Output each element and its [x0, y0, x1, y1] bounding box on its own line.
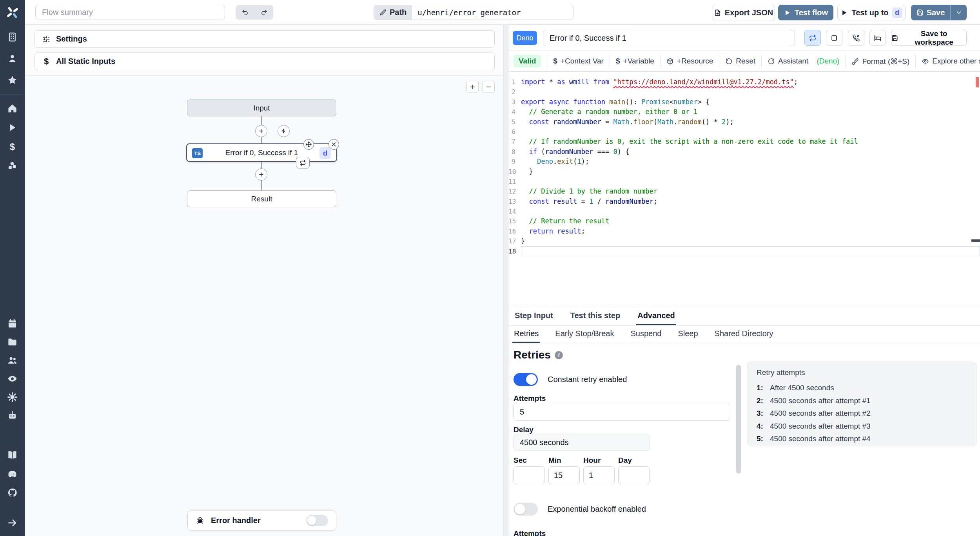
star-icon[interactable]	[7, 75, 18, 85]
delete-step-button[interactable]	[328, 139, 339, 150]
line-number: 12	[508, 187, 521, 196]
code-line-5[interactable]: 5 const randomNumber = Math.floor(Math.r…	[508, 117, 980, 127]
delay-input[interactable]	[514, 434, 650, 451]
undo-button[interactable]	[236, 6, 254, 19]
code-editor[interactable]: 1import * as wmill from "https://deno.la…	[508, 72, 980, 307]
step-node[interactable]: TS Error if 0, Success if 1 d	[186, 143, 337, 162]
code-line-14[interactable]: 14	[508, 206, 980, 216]
blocks-icon[interactable]	[7, 161, 18, 171]
code-line-13[interactable]: 13 const result = 1 / randomNumber;	[508, 197, 980, 206]
constant-retry-label: Constant retry enabled	[548, 375, 627, 384]
constant-retry-toggle[interactable]	[514, 373, 538, 386]
save-to-workspace-button[interactable]: Save to workspace	[891, 30, 967, 46]
code-line-10[interactable]: 10 }	[508, 167, 980, 177]
code-line-16[interactable]: 16 return result;	[508, 226, 980, 236]
eye-icon[interactable]	[7, 373, 18, 384]
all-static-inputs-button[interactable]: $ All Static Inputs	[34, 53, 495, 70]
code-line-2[interactable]: 2	[508, 87, 980, 97]
code-line-4[interactable]: 4 // Generate a random number, either 0 …	[508, 107, 980, 117]
code-line-18[interactable]: 18	[508, 246, 980, 256]
flow-panel: Settings $ All Static Inputs + − Input T…	[25, 25, 503, 536]
arrow-right-icon[interactable]	[7, 518, 18, 528]
tab-test-this-step[interactable]: Test this step	[569, 307, 621, 325]
code-line-7[interactable]: 7 // If randomNumber is 0, exit the scri…	[508, 137, 980, 147]
delay-field-label: Hour	[583, 456, 615, 465]
flow-settings-button[interactable]: Settings	[34, 30, 495, 48]
attempts-input[interactable]	[514, 403, 730, 421]
dollar-icon[interactable]: $	[7, 141, 18, 152]
add-resource-button[interactable]: +Resource	[666, 57, 713, 65]
export-json-button[interactable]: Export JSON	[712, 5, 775, 20]
save-dropdown-button[interactable]	[950, 5, 967, 20]
test-flow-button[interactable]: Test flow	[778, 5, 833, 20]
code-line-3[interactable]: 3export async function main(): Promise<n…	[508, 97, 980, 107]
assistant-button[interactable]: Assistant (Deno)	[768, 57, 839, 65]
subtab-suspend[interactable]: Suspend	[629, 326, 663, 343]
add-variable-button[interactable]: $+Variable	[616, 57, 654, 65]
trigger-button[interactable]	[278, 125, 290, 137]
step-retry-indicator[interactable]	[296, 157, 310, 168]
tab-step-input[interactable]: Step Input	[514, 307, 554, 325]
delay-field-label: Min	[548, 456, 580, 465]
code-line-1[interactable]: 1import * as wmill from "https://deno.la…	[508, 77, 980, 87]
code-line-9[interactable]: 9 Deno.exit(1);	[508, 157, 980, 167]
flow-summary-input[interactable]	[35, 5, 225, 20]
flow-graph-canvas[interactable]: + − Input TS Error if 0, Success if 1 d	[25, 75, 503, 536]
discord-icon[interactable]	[7, 469, 18, 479]
redo-button[interactable]	[255, 6, 272, 19]
delay-hour-input[interactable]	[583, 466, 615, 484]
subtab-early-stop-break[interactable]: Early Stop/Break	[554, 326, 615, 343]
subtab-sleep[interactable]: Sleep	[676, 326, 699, 343]
user-icon[interactable]	[7, 53, 18, 64]
code-line-8[interactable]: 8 if (randomNumber === 0) {	[508, 147, 980, 157]
input-node[interactable]: Input	[187, 100, 336, 116]
insert-step-button-bottom[interactable]	[255, 168, 267, 181]
code-line-12[interactable]: 12 // Divide 1 by the random number	[508, 187, 980, 196]
code-line-15[interactable]: 15 // Return the result	[508, 216, 980, 226]
reset-button[interactable]: Reset	[725, 57, 755, 65]
github-icon[interactable]	[7, 487, 18, 498]
subtab-shared-directory[interactable]: Shared Directory	[713, 326, 775, 343]
book-icon[interactable]	[7, 450, 18, 460]
path-field[interactable]: Path u/henri/error_generator	[374, 5, 573, 20]
folder-icon[interactable]	[7, 337, 18, 347]
add-context-var-button[interactable]: $+Context Var	[553, 57, 604, 65]
explore-scripts-button[interactable]: Explore other s	[922, 57, 980, 65]
line-number: 3	[508, 97, 521, 107]
move-step-handle[interactable]	[303, 139, 314, 150]
rail-group-3	[0, 450, 25, 498]
home-icon[interactable]	[7, 103, 18, 114]
gear-icon[interactable]	[7, 392, 18, 402]
step-summary-input[interactable]	[543, 30, 795, 46]
building-icon[interactable]	[7, 32, 18, 42]
robot-icon[interactable]	[7, 410, 18, 421]
calendar-icon[interactable]	[7, 318, 18, 329]
format-button[interactable]: Format (⌘+S)	[851, 57, 909, 66]
result-node[interactable]: Result	[187, 190, 336, 207]
sleep-shortcut-button[interactable]	[869, 30, 886, 46]
panel-divider[interactable]	[503, 25, 508, 536]
exponential-backoff-toggle[interactable]	[514, 503, 538, 516]
canvas-zoom-in-button[interactable]: +	[466, 81, 479, 93]
scrollbar-thumb[interactable]	[736, 365, 741, 474]
code-line-11[interactable]: 11	[508, 177, 980, 187]
canvas-zoom-out-button[interactable]: −	[483, 81, 495, 93]
save-button[interactable]: Save	[911, 5, 950, 20]
users-icon[interactable]	[7, 355, 18, 366]
suspend-shortcut-button[interactable]	[848, 30, 864, 46]
code-line-17[interactable]: 17}	[508, 236, 980, 246]
delay-min-input[interactable]	[548, 466, 580, 484]
tab-advanced[interactable]: Advanced	[636, 307, 676, 325]
retries-shortcut-button[interactable]	[804, 30, 821, 46]
play-icon[interactable]	[7, 122, 18, 133]
windmill-logo-icon[interactable]	[5, 0, 20, 25]
test-up-to-button[interactable]: Test up to d	[837, 5, 906, 20]
error-handler-toggle[interactable]	[306, 515, 328, 526]
subtab-retries[interactable]: Retries	[512, 326, 540, 343]
early-stop-shortcut-button[interactable]	[826, 30, 842, 46]
delay-sec-input[interactable]	[514, 466, 545, 484]
info-icon[interactable]: i	[555, 351, 563, 359]
insert-step-button-top[interactable]	[255, 125, 267, 137]
code-line-6[interactable]: 6	[508, 127, 980, 137]
delay-day-input[interactable]	[618, 466, 650, 484]
